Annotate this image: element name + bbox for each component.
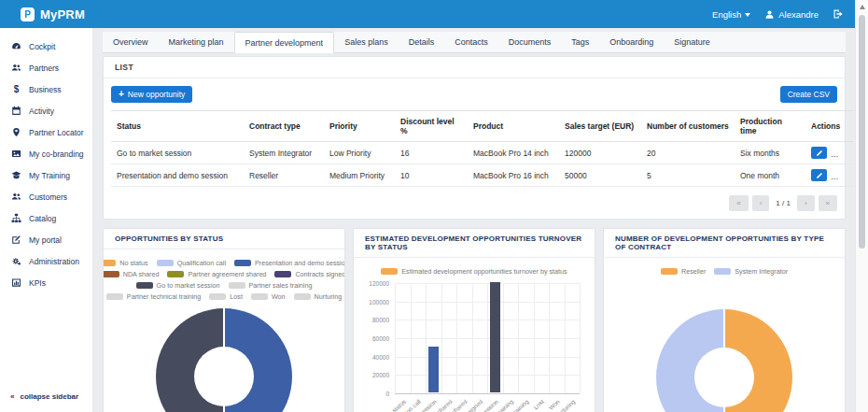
sidebar-item-activity[interactable]: Activity <box>0 100 92 121</box>
sidebar-item-administration[interactable]: Administration <box>0 250 92 272</box>
scroll-thumb[interactable] <box>859 15 865 249</box>
edit-icon <box>10 234 22 245</box>
tab-sales-plans[interactable]: Sales plans <box>334 32 399 52</box>
sidebar-item-my-training[interactable]: My Training <box>0 164 92 186</box>
chart-legend-row: NDA sharedPartner agreement sharedContra… <box>103 270 345 278</box>
page-prev-button[interactable]: ‹ <box>752 195 770 211</box>
sidebar-item-cockpit[interactable]: Cockpit <box>0 36 92 57</box>
y-axis-tick-label: 0 <box>385 391 389 397</box>
legend-item[interactable]: System Integrator <box>714 267 788 276</box>
x-axis-labels: No statusQualification callPresentation … <box>395 395 580 412</box>
sidebar-item-kpis[interactable]: KPIs <box>0 272 92 293</box>
legend-item[interactable]: Qualification call <box>157 259 226 267</box>
gridline <box>518 283 519 393</box>
legend-item[interactable]: No status <box>103 259 148 267</box>
opportunities-table: StatusContract typePriorityDiscount leve… <box>111 110 854 187</box>
scroll-up-arrow[interactable] <box>860 5 865 9</box>
header: P MyPRM English Alexandre <box>0 0 855 28</box>
pagination: « ‹ 1 / 1 › » <box>111 195 837 211</box>
new-opportunity-button[interactable]: + New opportunity <box>111 86 192 103</box>
chart-panel-turnover-by-status: ESTIMATED DEVELOPMENT OPPORTUNITIES TURN… <box>353 228 595 412</box>
sign-out-icon[interactable] <box>833 8 844 20</box>
tab-onboarding[interactable]: Onboarding <box>599 32 664 52</box>
caret-down-icon <box>745 13 750 17</box>
sitemap-icon <box>10 213 22 223</box>
legend-item[interactable]: NDA shared <box>103 270 159 278</box>
y-axis-tick-label: 100000 <box>369 299 389 305</box>
sidebar-item-partner-locator[interactable]: Partner Locator <box>0 121 92 143</box>
tab-details[interactable]: Details <box>399 32 445 52</box>
sidebar-item-label: My portal <box>29 235 62 245</box>
charts-row: OPPORTUNITIES BY STATUS No statusQualifi… <box>103 228 846 412</box>
tab-tags[interactable]: Tags <box>561 32 599 52</box>
edit-button[interactable] <box>811 147 827 159</box>
collapse-sidebar[interactable]: « collapse sidebar <box>10 392 78 401</box>
header-right: English Alexandre <box>712 8 844 20</box>
tab-documents[interactable]: Documents <box>498 32 562 52</box>
sidebar-item-my-co-branding[interactable]: My co-branding <box>0 143 92 164</box>
table-cell: 20 <box>641 142 735 164</box>
table-header-cell: Number of customers <box>641 111 735 142</box>
legend-item[interactable]: Partner technical training <box>106 292 202 301</box>
tab-bar: OverviewMarketing planPartner developmen… <box>103 32 846 53</box>
brand[interactable]: P MyPRM <box>21 7 85 21</box>
legend-item[interactable]: Nurturing <box>294 292 343 301</box>
sidebar-item-catalog[interactable]: Catalog <box>0 207 92 229</box>
page-last-button[interactable]: » <box>819 195 837 211</box>
legend-item[interactable]: Partner sales training <box>229 281 313 290</box>
table-cell: Go to market session <box>111 142 244 164</box>
chart-legend-row: ResellerSystem Integrator <box>661 267 788 276</box>
legend-swatch <box>381 268 398 275</box>
sidebar-item-label: Administration <box>29 257 79 266</box>
sidebar-item-label: Partner Locator <box>29 128 84 137</box>
chart-panel-opportunities-by-status: OPPORTUNITIES BY STATUS No statusQualifi… <box>103 228 345 412</box>
chart-icon <box>10 277 22 288</box>
sidebar-item-label: Cockpit <box>29 42 55 51</box>
legend-item[interactable]: Go to market session <box>136 281 220 290</box>
user-menu[interactable]: Alexandre <box>764 9 819 20</box>
page-next-button[interactable]: › <box>797 195 815 211</box>
y-axis-labels: 120000100000800006000040000200000 <box>363 283 393 393</box>
list-panel-body: + New opportunity Create CSV StatusContr… <box>104 78 845 219</box>
gridline <box>395 393 580 394</box>
table-cell: Low Priority <box>324 142 395 164</box>
legend-item[interactable]: Won <box>251 292 286 301</box>
tab-overview[interactable]: Overview <box>103 32 159 52</box>
table-cell-actions <box>805 164 854 187</box>
legend-label: Lost <box>230 292 243 301</box>
legend-item[interactable]: Presentation and demo session <box>234 259 345 267</box>
language-label: English <box>712 9 741 20</box>
bar <box>428 347 439 392</box>
legend-label: Won <box>272 292 286 301</box>
tab-partner-development[interactable]: Partner development <box>234 32 335 53</box>
tab-contacts[interactable]: Contacts <box>444 32 498 52</box>
table-header-cell: Contract type <box>244 111 324 142</box>
edit-button[interactable] <box>811 169 827 181</box>
dollar-icon: $ <box>10 84 22 94</box>
table-cell: 16 <box>395 142 468 164</box>
legend-item[interactable]: Partner agreement shared <box>167 270 266 278</box>
sidebar-item-customers[interactable]: Customers <box>0 186 92 207</box>
scrollbar[interactable] <box>855 0 868 412</box>
legend-swatch <box>103 271 119 277</box>
sidebar-item-partners[interactable]: Partners <box>0 57 92 78</box>
tab-marketing-plan[interactable]: Marketing plan <box>159 32 234 52</box>
legend-item[interactable]: Lost <box>209 292 243 301</box>
tab-signature[interactable]: Signature <box>664 32 721 52</box>
table-cell: 120000 <box>559 142 641 164</box>
legend-swatch <box>106 293 123 300</box>
chart-title: NUMBER OF DEVELOPMENT OPPORTUNITIES BY T… <box>604 229 845 258</box>
table-cell: MacBook Pro 16 inch <box>468 164 559 187</box>
language-selector[interactable]: English <box>712 9 750 20</box>
create-csv-button[interactable]: Create CSV <box>780 86 837 103</box>
page-first-button[interactable]: « <box>729 195 748 211</box>
sidebar: CockpitPartners$BusinessActivityPartner … <box>0 28 93 412</box>
legend-label: Contracts signed <box>295 270 345 278</box>
user-name: Alexandre <box>778 9 819 20</box>
legend-item[interactable]: Contracts signed <box>274 270 345 278</box>
sidebar-item-business[interactable]: $Business <box>0 78 92 100</box>
legend-item[interactable]: Estimated development opportunities turn… <box>381 267 567 276</box>
sidebar-item-my-portal[interactable]: My portal <box>0 229 92 250</box>
legend-item[interactable]: Reseller <box>661 267 706 276</box>
sidebar-item-label: Catalog <box>29 214 56 223</box>
